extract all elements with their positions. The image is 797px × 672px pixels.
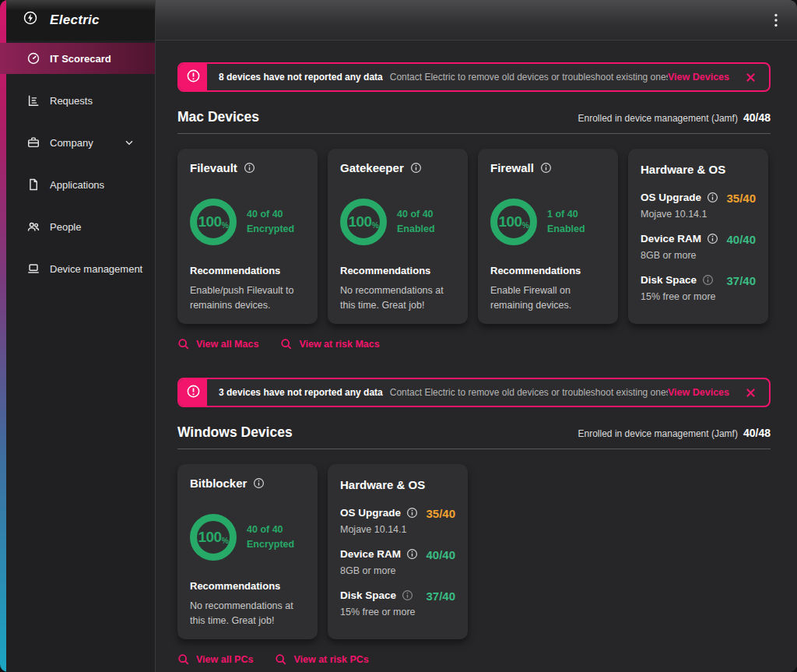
- hw-label: OS Upgrade: [641, 192, 701, 203]
- sidebar-item-company[interactable]: Company: [0, 127, 155, 158]
- info-icon[interactable]: [244, 162, 255, 174]
- sidebar-item-device-management[interactable]: Device management: [0, 253, 155, 284]
- progress-ring: 100%: [490, 199, 537, 245]
- mac-alert-banner: 8 devices have not reported any data Con…: [177, 62, 771, 92]
- sidebar-item-label: IT Scorecard: [50, 53, 111, 65]
- sidebar-item-label: Device management: [50, 263, 142, 275]
- info-icon[interactable]: [540, 162, 552, 174]
- firewall-card: Firewall 100% 1 of 40 Enabled: [478, 149, 618, 324]
- link-label: View all PCs: [196, 654, 253, 665]
- sidebar-item-label: Company: [50, 137, 93, 149]
- kebab-menu-icon[interactable]: [771, 9, 781, 31]
- hw-value: 40/40: [726, 233, 756, 246]
- view-all-pcs-link[interactable]: View all PCs: [177, 653, 253, 666]
- sidebar-item-label: People: [50, 221, 81, 233]
- sidebar-nav: IT Scorecard Requests Co: [0, 40, 155, 284]
- alert-message: 8 devices have not reported any data Con…: [207, 64, 668, 90]
- requests-icon: [26, 93, 40, 107]
- hw-label: Device RAM: [340, 548, 401, 560]
- document-icon: [26, 178, 40, 192]
- ring-status: Enabled: [547, 222, 585, 237]
- info-icon[interactable]: [402, 589, 413, 601]
- hw-row-device-ram: Device RAM 40/40 8GB or more: [641, 233, 756, 261]
- topbar: [156, 0, 797, 40]
- sidebar: Electric IT Scorecard: [0, 0, 156, 672]
- hw-label: Device RAM: [641, 233, 701, 245]
- info-icon[interactable]: [702, 274, 714, 286]
- hw-row-os-upgrade: OS Upgrade 35/40 Mojave 10.14.1: [641, 192, 756, 220]
- view-at-risk-macs-link[interactable]: View at risk Macs: [280, 338, 379, 350]
- card-title: Gatekeeper: [340, 161, 404, 174]
- hw-subtext: Mojave 10.14.1: [340, 524, 455, 535]
- hw-value: 37/40: [726, 274, 756, 287]
- hw-label: Disk Space: [641, 274, 697, 286]
- alert-actions: View Devices: [668, 379, 769, 406]
- windows-hardware-os-card: Hardware & OS OS Upgrade 35/40 Mojave 10…: [328, 464, 468, 639]
- recommendations-heading: Recommendations: [340, 265, 455, 276]
- sidebar-item-applications[interactable]: Applications: [0, 169, 155, 200]
- progress-percent: 100: [198, 529, 221, 546]
- ring-label: 40 of 40 Enabled: [397, 207, 435, 237]
- hardware-os-title: Hardware & OS: [340, 478, 455, 491]
- alert-message-detail: Contact Electric to remove old devices o…: [390, 72, 668, 83]
- alert-message-bold: 3 devices have not reported any data: [219, 387, 383, 398]
- recommendations-heading: Recommendations: [490, 265, 606, 276]
- hw-subtext: 15% free or more: [340, 607, 455, 617]
- ring-status: Encrypted: [247, 222, 294, 237]
- close-icon[interactable]: [745, 387, 757, 399]
- search-icon: [177, 338, 190, 350]
- percent-sign: %: [522, 221, 529, 230]
- mac-links: View all Macs View at risk Macs: [177, 336, 771, 353]
- card-title: Filevault: [190, 161, 237, 174]
- info-icon[interactable]: [707, 233, 718, 245]
- search-icon: [177, 653, 190, 666]
- alert-actions: View Devices: [668, 64, 769, 90]
- hw-value: 37/40: [426, 589, 455, 603]
- progress-ring: 100%: [340, 199, 387, 245]
- ring-label: 40 of 40 Encrypted: [247, 207, 294, 237]
- sidebar-item-people[interactable]: People: [0, 211, 155, 242]
- search-icon: [275, 653, 287, 666]
- percent-sign: %: [222, 537, 229, 545]
- progress-ring: 100%: [190, 199, 237, 245]
- hw-subtext: 8GB or more: [641, 250, 756, 261]
- info-icon[interactable]: [253, 477, 265, 489]
- sidebar-item-it-scorecard[interactable]: IT Scorecard: [0, 43, 155, 74]
- chevron-down-icon[interactable]: [124, 137, 135, 148]
- mac-section-title: Mac Devices: [177, 109, 259, 125]
- ring-label: 1 of 40 Enabled: [547, 207, 585, 237]
- hw-subtext: 8GB or more: [340, 565, 455, 576]
- enrolled-label: Enrolled in device management (Jamf): [578, 113, 738, 124]
- windows-enrolled-info: Enrolled in device management (Jamf)40/4…: [578, 427, 771, 439]
- enrolled-value: 40/48: [743, 111, 771, 124]
- info-icon[interactable]: [410, 162, 422, 174]
- info-icon[interactable]: [406, 548, 418, 560]
- view-at-risk-pcs-link[interactable]: View at risk PCs: [275, 653, 368, 666]
- view-devices-link[interactable]: View Devices: [668, 72, 729, 83]
- hw-row-disk-space: Disk Space 37/40 15% free or more: [340, 589, 455, 617]
- link-label: View at risk PCs: [293, 654, 368, 665]
- brand-name: Electric: [50, 12, 100, 28]
- section-divider: [177, 133, 771, 134]
- hw-subtext: Mojave 10.14.1: [641, 209, 756, 220]
- percent-sign: %: [222, 221, 229, 230]
- laptop-icon: [26, 262, 40, 276]
- enrolled-label: Enrolled in device management (Jamf): [578, 428, 738, 439]
- gauge-icon: [26, 51, 40, 65]
- recommendations-text: No recommendations at this time. Great j…: [340, 283, 455, 314]
- info-icon[interactable]: [707, 192, 718, 203]
- view-devices-link[interactable]: View Devices: [668, 387, 729, 398]
- recommendations-text: No recommendations at this time. Great j…: [190, 599, 305, 629]
- progress-ring: 100%: [190, 514, 237, 561]
- mac-section-header: Mac Devices Enrolled in device managemen…: [177, 109, 771, 125]
- enrolled-value: 40/48: [743, 427, 771, 439]
- info-icon[interactable]: [406, 507, 418, 519]
- hw-value: 40/40: [426, 548, 455, 561]
- sidebar-item-requests[interactable]: Requests: [0, 85, 155, 116]
- view-all-macs-link[interactable]: View all Macs: [177, 338, 258, 350]
- alert-message-detail: Contact Electric to remove old devices o…: [390, 387, 668, 398]
- close-icon[interactable]: [745, 72, 757, 83]
- hw-value: 35/40: [726, 192, 756, 205]
- mac-hardware-os-card: Hardware & OS OS Upgrade 35/40 Mojave 10…: [628, 149, 768, 324]
- ring-status: Encrypted: [247, 537, 294, 552]
